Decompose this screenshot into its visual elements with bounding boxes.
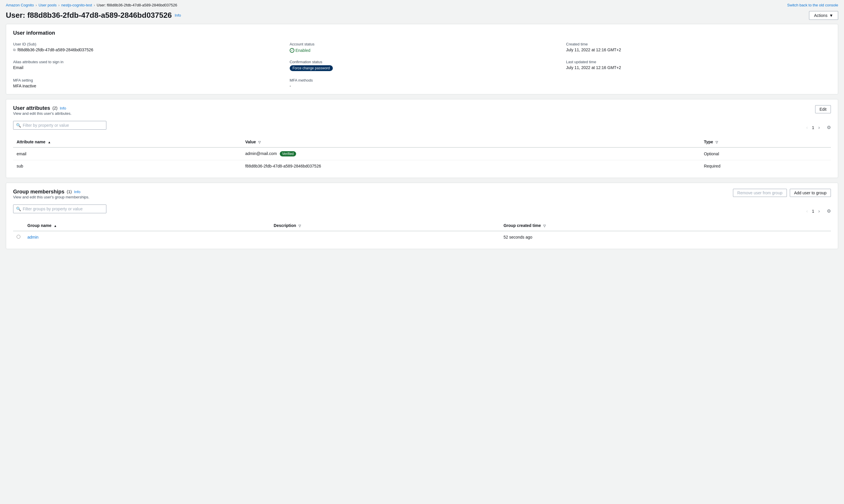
page-title-row: User: f88d8b36-2fdb-47d8-a589-2846bd0375…	[6, 11, 181, 20]
actions-chevron-icon: ▼	[829, 13, 833, 18]
attr-name-col-header[interactable]: Attribute name ▲	[13, 137, 241, 147]
group-desc-col-header[interactable]: Description ▽	[270, 220, 500, 231]
groups-table: Group name ▲ Description ▽ Group created…	[13, 220, 831, 243]
group-memberships-title-row: Group memberships (1) Info	[13, 189, 89, 195]
group-desc-col-label: Description	[274, 223, 296, 228]
attr-type-col-label: Type	[704, 140, 713, 144]
actions-button[interactable]: Actions ▼	[809, 11, 838, 20]
group-name-sort-icon: ▲	[54, 224, 57, 228]
user-attributes-count: (2)	[52, 106, 57, 110]
attr-value-col-label: Value	[245, 140, 256, 144]
account-status-text: Enabled	[295, 48, 310, 53]
edit-attributes-button[interactable]: Edit	[815, 105, 831, 113]
group-desc-sort-icon: ▽	[299, 224, 301, 228]
group-created-col-header[interactable]: Group created time ▽	[500, 220, 831, 231]
groups-filter-input[interactable]	[13, 204, 106, 213]
attributes-prev-page-button[interactable]: ‹	[805, 124, 810, 131]
add-user-to-group-button[interactable]: Add user to group	[790, 189, 831, 197]
page-title: User: f88d8b36-2fdb-47d8-a589-2846bd0375…	[6, 11, 172, 20]
group-memberships-count: (1)	[67, 190, 72, 194]
attr-type-cell: Optional	[700, 147, 831, 160]
mfa-methods-field: MFA methods -	[290, 78, 555, 88]
user-info-grid: User ID (Sub) ⧉ f88d8b36-2fdb-47d8-a589-…	[13, 42, 831, 88]
user-attributes-header: User attributes (2) Info View and edit t…	[13, 105, 831, 120]
mfa-setting-value: MFA inactive	[13, 84, 278, 88]
account-status-value: ✓ Enabled	[290, 48, 310, 53]
page-header: User: f88d8b36-2fdb-47d8-a589-2846bd0375…	[0, 9, 844, 24]
created-time-field: Created time July 11, 2022 at 12:16 GMT+…	[566, 42, 831, 53]
user-information-card: User information User ID (Sub) ⧉ f88d8b3…	[6, 24, 838, 94]
verified-badge: Verified	[280, 151, 296, 157]
user-attributes-info-link[interactable]: Info	[60, 106, 66, 110]
groups-pagination: ‹ 1 › ⚙	[805, 208, 831, 214]
attributes-page-number: 1	[812, 125, 814, 130]
last-updated-label: Last updated time	[566, 60, 831, 64]
groups-page-number: 1	[812, 209, 814, 214]
confirmation-status-value: Force change password	[290, 65, 555, 71]
groups-prev-page-button[interactable]: ‹	[805, 208, 810, 214]
group-radio-input[interactable]	[17, 235, 20, 239]
breadcrumb-pool-name[interactable]: nestjs-cognito-test	[61, 3, 92, 7]
group-memberships-title: Group memberships	[13, 189, 65, 195]
confirmation-status-label: Confirmation status	[290, 60, 555, 64]
created-time-value: July 11, 2022 at 12:16 GMT+2	[566, 48, 831, 52]
attr-value-col-header[interactable]: Value ▽	[241, 137, 700, 147]
group-memberships-info-link[interactable]: Info	[74, 190, 80, 194]
attributes-filter-input[interactable]	[13, 121, 106, 130]
mfa-methods-label: MFA methods	[290, 78, 555, 83]
breadcrumb: Amazon Cognito › User pools › nestjs-cog…	[6, 3, 177, 7]
last-updated-field: Last updated time July 11, 2022 at 12:16…	[566, 60, 831, 71]
copy-icon[interactable]: ⧉	[13, 48, 16, 52]
user-id-label: User ID (Sub)	[13, 42, 278, 46]
attr-value-cell: admin@mail.com Verified	[241, 147, 700, 160]
group-name-cell: admin	[24, 231, 270, 243]
attributes-search-icon: 🔍	[16, 123, 21, 128]
group-name-col-header[interactable]: Group name ▲	[24, 220, 270, 231]
group-memberships-card: Group memberships (1) Info View and edit…	[6, 183, 838, 249]
page-info-link[interactable]: Info	[175, 13, 181, 17]
group-select-cell[interactable]	[13, 231, 24, 243]
attr-type-col-header[interactable]: Type ▽	[700, 137, 831, 147]
attributes-next-page-button[interactable]: ›	[816, 124, 822, 131]
alias-value: Email	[13, 65, 278, 70]
account-status-field: Account status ✓ Enabled	[290, 42, 555, 53]
groups-search-icon: 🔍	[16, 206, 21, 211]
force-change-badge: Force change password	[290, 65, 333, 71]
user-information-title: User information	[13, 30, 831, 36]
mfa-setting-field: MFA setting MFA inactive	[13, 78, 278, 88]
groups-next-page-button[interactable]: ›	[816, 208, 822, 214]
group-created-col-label: Group created time	[504, 223, 541, 228]
groups-table-row: admin 52 seconds ago	[13, 231, 831, 243]
breadcrumb-sep-3: ›	[94, 3, 95, 7]
groups-settings-button[interactable]: ⚙	[827, 208, 831, 214]
groups-table-header-row: Group name ▲ Description ▽ Group created…	[13, 220, 831, 231]
confirmation-status-field: Confirmation status Force change passwor…	[290, 60, 555, 71]
user-attributes-title: User attributes	[13, 105, 50, 111]
user-attributes-subtitle: View and edit this user's attributes.	[13, 111, 71, 116]
created-time-label: Created time	[566, 42, 831, 46]
user-id-value: ⧉ f88d8b36-2fdb-47d8-a589-2846bd037526	[13, 48, 278, 52]
user-id-text: f88d8b36-2fdb-47d8-a589-2846bd037526	[17, 48, 93, 52]
breadcrumb-amazon-cognito[interactable]: Amazon Cognito	[6, 3, 34, 7]
group-name-link[interactable]: admin	[28, 235, 38, 239]
attributes-table-row: sub f88d8b36-2fdb-47d8-a589-2846bd037526…	[13, 160, 831, 172]
group-created-cell: 52 seconds ago	[500, 231, 831, 243]
groups-table-controls: 🔍 ‹ 1 › ⚙	[13, 204, 831, 218]
user-attributes-title-row: User attributes (2) Info	[13, 105, 71, 111]
breadcrumb-sep-2: ›	[58, 3, 59, 7]
attributes-filter-wrap: 🔍	[13, 121, 106, 130]
attr-name-cell: email	[13, 147, 241, 160]
group-created-sort-icon: ▽	[543, 224, 545, 228]
attributes-table: Attribute name ▲ Value ▽ Type ▽ email ad…	[13, 137, 831, 172]
remove-user-from-group-button[interactable]: Remove user from group	[733, 189, 787, 197]
attributes-table-row: email admin@mail.com Verified Optional	[13, 147, 831, 160]
switch-back-link[interactable]: Switch back to the old console	[787, 3, 838, 7]
breadcrumb-user-pools[interactable]: User pools	[38, 3, 56, 7]
attr-value-sort-icon: ▽	[258, 140, 261, 144]
attributes-table-controls: 🔍 ‹ 1 › ⚙	[13, 121, 831, 134]
attributes-settings-button[interactable]: ⚙	[827, 125, 831, 130]
user-id-field: User ID (Sub) ⧉ f88d8b36-2fdb-47d8-a589-…	[13, 42, 278, 53]
attributes-table-header-row: Attribute name ▲ Value ▽ Type ▽	[13, 137, 831, 147]
attr-type-cell: Required	[700, 160, 831, 172]
group-memberships-subtitle: View and edit this user's group membersh…	[13, 195, 89, 199]
